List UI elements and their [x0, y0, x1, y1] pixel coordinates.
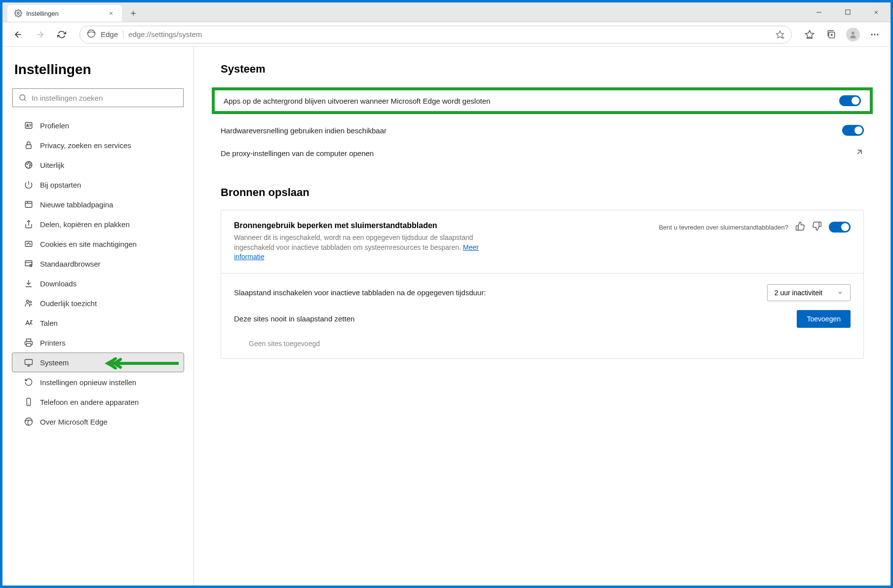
sidebar-item-label: Privacy, zoeken en services	[40, 141, 131, 150]
sidebar-item-label: Profielen	[40, 121, 69, 130]
edge-icon	[87, 29, 96, 40]
page-title: Systeem	[221, 63, 864, 76]
more-menu-icon[interactable]	[866, 26, 884, 43]
sidebar-item-lock[interactable]: Privacy, zoeken en services	[12, 136, 184, 155]
sleep-after-label: Slaapstand inschakelen voor inactieve ta…	[234, 288, 486, 297]
svg-rect-11	[25, 122, 32, 128]
close-window-button[interactable]	[862, 2, 891, 22]
sidebar-heading: Instellingen	[14, 62, 194, 78]
collections-icon[interactable]	[822, 26, 840, 43]
power-icon	[24, 180, 33, 189]
sidebar-item-newtab[interactable]: Nieuwe tabbladpagina	[12, 195, 184, 214]
sidebar-item-download[interactable]: Downloads	[12, 274, 184, 293]
svg-point-17	[30, 164, 31, 165]
sidebar-item-label: Over Microsoft Edge	[40, 418, 108, 426]
default-icon	[24, 259, 33, 268]
sidebar-item-reset[interactable]: Instellingen opnieuw instellen	[12, 373, 184, 392]
highlighted-setting-row: Apps op de achtergrond blijven uitvoeren…	[212, 87, 873, 114]
settings-main: Systeem Apps op de achtergrond blijven u…	[194, 47, 891, 586]
minimize-button[interactable]	[805, 2, 833, 22]
sidebar-item-label: Instellingen opnieuw instellen	[40, 378, 136, 387]
language-icon	[24, 318, 33, 327]
address-url: edge://settings/system	[128, 30, 771, 39]
sidebar-item-power[interactable]: Bij opstarten	[12, 175, 184, 194]
sidebar-item-label: Delen, kopiëren en plakken	[40, 220, 130, 229]
svg-point-12	[27, 124, 28, 126]
no-sites-text: Geen sites toegevoegd	[234, 337, 851, 348]
titlebar: Instellingen	[2, 2, 891, 22]
edge-icon	[24, 417, 33, 426]
printer-icon	[24, 338, 33, 347]
new-tab-button[interactable]	[125, 5, 142, 22]
svg-rect-29	[27, 398, 31, 406]
profile-button[interactable]	[844, 26, 862, 43]
annotation-arrow-icon	[105, 357, 179, 367]
sidebar-item-label: Bij opstarten	[40, 181, 81, 189]
toolbar: Edge edge://settings/system	[2, 22, 891, 47]
svg-point-20	[27, 243, 28, 244]
external-link-icon	[855, 148, 864, 158]
sleeping-tabs-desc: Wanneer dit is ingeschakeld, wordt na ee…	[234, 233, 491, 262]
svg-rect-19	[25, 241, 32, 247]
lock-icon	[24, 141, 33, 150]
settings-sidebar: Instellingen ProfielenPrivacy, zoeken en…	[2, 47, 194, 586]
toggle-sleeping-tabs[interactable]	[829, 222, 851, 233]
sidebar-item-system[interactable]: Systeem	[12, 353, 184, 372]
setting-row-hw: Hardwareversnelling gebruiken indien bes…	[221, 119, 864, 142]
sidebar-item-label: Nieuwe tabbladpagina	[40, 200, 113, 209]
select-value: 2 uur inactiviteit	[775, 289, 822, 297]
address-prefix: Edge	[101, 30, 123, 39]
settings-search[interactable]	[12, 88, 184, 107]
sidebar-item-family[interactable]: Ouderlijk toezicht	[12, 294, 184, 313]
maximize-button[interactable]	[833, 2, 862, 22]
sidebar-item-label: Telefoon en andere apparaten	[40, 398, 139, 406]
favorite-star-icon[interactable]	[776, 30, 784, 39]
setting-row-proxy[interactable]: De proxy-instellingen van de computer op…	[221, 142, 864, 164]
never-sleep-label: Deze sites nooit in slaapstand zetten	[234, 314, 354, 323]
sidebar-item-appearance[interactable]: Uiterlijk	[12, 156, 184, 174]
family-icon	[24, 299, 33, 308]
setting-label-hw: Hardwareversnelling gebruiken indien bes…	[221, 126, 387, 135]
svg-point-26	[30, 301, 32, 303]
sidebar-item-label: Uiterlijk	[40, 161, 64, 169]
toggle-bgapps[interactable]	[839, 95, 861, 106]
toggle-hw[interactable]	[842, 125, 864, 136]
search-input[interactable]	[32, 94, 177, 102]
svg-point-8	[874, 34, 875, 35]
sidebar-item-profile[interactable]: Profielen	[12, 116, 184, 135]
refresh-button[interactable]	[53, 26, 71, 43]
chevron-down-icon	[837, 290, 843, 296]
setting-label-bgapps: Apps op de achtergrond blijven uitvoeren…	[224, 97, 490, 105]
sidebar-item-default[interactable]: Standaardbrowser	[12, 254, 184, 273]
sidebar-item-label: Printers	[40, 339, 66, 347]
svg-point-25	[27, 300, 29, 303]
appearance-icon	[24, 160, 33, 169]
address-bar[interactable]: Edge edge://settings/system	[79, 26, 792, 43]
sidebar-item-language[interactable]: Talen	[12, 314, 184, 332]
phone-icon	[24, 397, 33, 406]
svg-point-6	[852, 32, 854, 35]
share-icon	[24, 220, 33, 229]
sleep-after-select[interactable]: 2 uur inactiviteit	[767, 284, 851, 301]
svg-point-7	[871, 34, 873, 35]
sidebar-item-printer[interactable]: Printers	[12, 333, 184, 352]
sidebar-item-cookie[interactable]: Cookies en site machtigingen	[12, 235, 184, 253]
svg-point-16	[28, 163, 29, 164]
gear-icon	[14, 9, 22, 17]
favorites-icon[interactable]	[801, 26, 818, 43]
thumbs-up-icon[interactable]	[795, 221, 805, 233]
sidebar-item-share[interactable]: Delen, kopiëren en plakken	[12, 215, 184, 234]
setting-label-proxy: De proxy-instellingen van de computer op…	[221, 149, 374, 157]
sidebar-item-label: Downloads	[40, 279, 77, 288]
add-button[interactable]: Toevoegen	[797, 310, 851, 328]
svg-point-21	[28, 243, 29, 244]
forward-button[interactable]	[31, 26, 49, 43]
svg-rect-1	[845, 10, 850, 14]
sidebar-item-phone[interactable]: Telefoon en andere apparaten	[12, 392, 184, 411]
close-icon[interactable]	[107, 9, 115, 17]
sidebar-item-edge[interactable]: Over Microsoft Edge	[12, 412, 184, 431]
sleeping-tabs-title: Bronnengebruik beperken met sluimerstand…	[234, 221, 491, 230]
back-button[interactable]	[9, 26, 27, 43]
thumbs-down-icon[interactable]	[812, 221, 822, 233]
browser-tab[interactable]: Instellingen	[7, 5, 122, 22]
